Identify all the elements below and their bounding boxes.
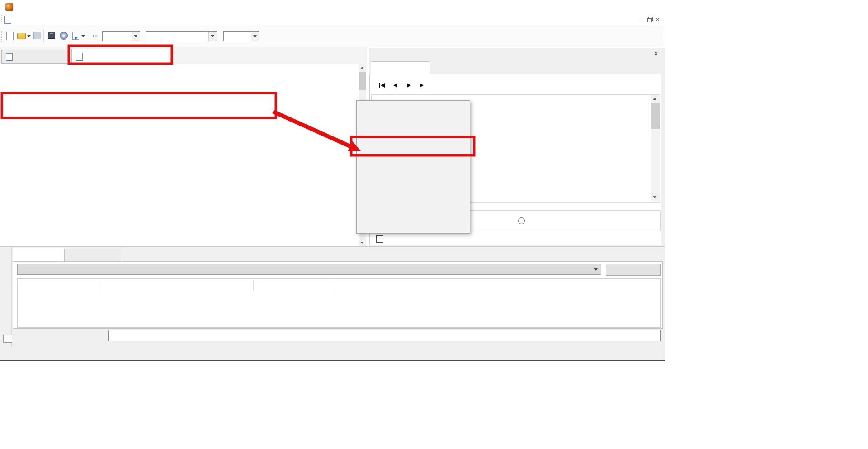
menubar-grip — [1, 15, 4, 23]
mdi-close-icon[interactable]: ✕ — [656, 17, 660, 23]
export-icon[interactable] — [72, 32, 79, 40]
chevron-down-icon[interactable] — [208, 32, 217, 41]
checksums-table[interactable] — [17, 278, 661, 328]
bytes-per-row-icon: ↔ — [91, 31, 98, 38]
mdi-restore-icon[interactable] — [647, 18, 652, 22]
hxd-app-icon — [5, 3, 13, 11]
hxd-window: – ✕ ↔ — [0, 0, 665, 361]
toolbar-grip — [1, 31, 4, 42]
scrollbar-thumb[interactable] — [359, 72, 366, 90]
file-icon — [76, 53, 83, 61]
save-icon[interactable] — [33, 32, 41, 39]
export-dropdown-icon[interactable] — [81, 35, 85, 37]
open-ram-icon[interactable] — [48, 32, 55, 39]
inspector-scrollbar[interactable] — [651, 95, 660, 201]
title-bar[interactable] — [0, 0, 665, 14]
hex-rows[interactable] — [0, 77, 357, 246]
nav-last-icon[interactable] — [417, 82, 428, 89]
tab-data-inspector[interactable] — [371, 61, 430, 74]
open-disk-icon[interactable] — [60, 32, 68, 40]
expected-result-input[interactable] — [108, 330, 661, 341]
status-bar — [0, 347, 665, 360]
menu-bar: – ✕ — [0, 14, 665, 25]
results-side-strip — [0, 246, 12, 347]
refresh-button[interactable] — [606, 264, 661, 276]
hex-editor[interactable] — [0, 64, 367, 246]
document-icon[interactable] — [4, 16, 11, 24]
toolbar: ↔ — [0, 25, 665, 47]
open-dropdown-icon[interactable] — [27, 35, 31, 37]
scroll-up-icon[interactable] — [651, 95, 660, 102]
mdi-minimize-icon[interactable]: – — [638, 17, 641, 22]
chevron-down-icon[interactable] — [251, 32, 259, 41]
nav-next-icon[interactable] — [403, 82, 414, 89]
new-file-icon[interactable] — [6, 32, 14, 40]
scroll-down-icon[interactable] — [651, 193, 660, 201]
scroll-down-icon[interactable] — [359, 239, 366, 246]
toolbar-separator — [87, 30, 87, 42]
nav-first-icon[interactable] — [376, 82, 387, 89]
tab-search-results[interactable] — [64, 249, 121, 261]
panel-close-icon[interactable]: ✕ — [654, 51, 658, 57]
close-button[interactable] — [632, 0, 665, 14]
big-endian-radio[interactable] — [518, 217, 525, 224]
open-file-icon[interactable] — [17, 33, 26, 39]
encoding-select[interactable] — [146, 31, 217, 41]
offset-base-select[interactable] — [223, 31, 259, 41]
context-menu — [356, 100, 470, 234]
bytes-per-row-select[interactable] — [102, 31, 140, 41]
hex-base-checkbox[interactable] — [376, 235, 383, 243]
nav-prev-icon[interactable] — [390, 82, 401, 89]
tab-checksums[interactable] — [13, 248, 64, 261]
maximize-button[interactable] — [611, 0, 632, 14]
minimize-button[interactable] — [590, 0, 611, 14]
algorithm-select[interactable] — [17, 264, 601, 275]
file-icon — [6, 53, 13, 61]
tab-kf-specimens-trip-t-stalkerfix[interactable] — [71, 49, 168, 64]
toolbar-separator — [43, 30, 44, 42]
chevron-down-icon[interactable] — [132, 32, 140, 41]
document-tab-bar — [0, 47, 367, 64]
results-close-button[interactable] — [3, 335, 12, 343]
scroll-up-icon[interactable] — [359, 64, 366, 71]
tab-kf-specimens-trip-t[interactable] — [1, 50, 70, 64]
scrollbar-thumb[interactable] — [651, 103, 660, 129]
